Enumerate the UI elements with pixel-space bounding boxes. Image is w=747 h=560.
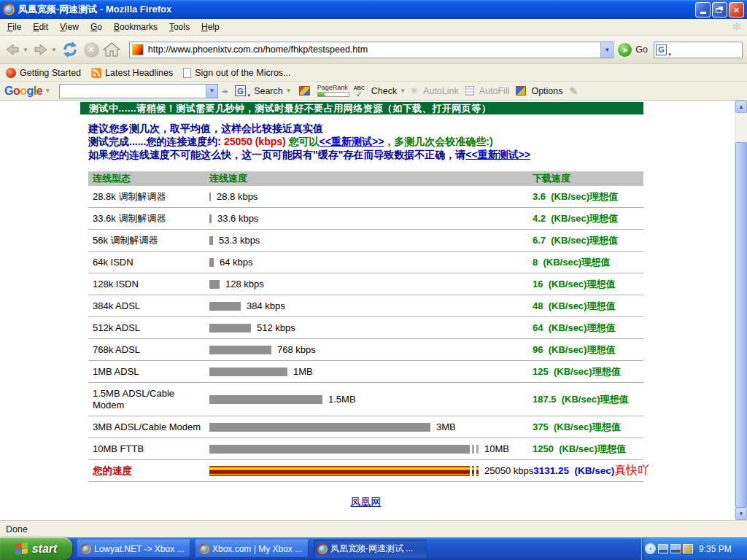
check-dropdown[interactable]: ▼ [400, 88, 406, 94]
maximize-button[interactable] [712, 2, 727, 18]
check-button[interactable]: Check [368, 86, 397, 96]
speed-bar-cell: 128 kbps [209, 279, 533, 289]
bookmarks-toolbar: Getting Started Latest Headlines Sign ou… [0, 64, 747, 82]
table-row: 10MB FTTB10MB1250 (KB/sec)理想值 [88, 438, 643, 460]
speed-bar [209, 214, 212, 223]
url-text[interactable]: http://www.phoenixtv.com.cn/home/fhkp/te… [148, 44, 600, 55]
overflow-tick [476, 466, 479, 476]
back-button[interactable] [4, 42, 20, 58]
go-button[interactable]: ▶ [618, 43, 632, 57]
start-button[interactable]: start [0, 537, 72, 560]
task-button-2[interactable]: Xbox.com | My Xbox ... [196, 540, 309, 558]
options-button[interactable]: Options [528, 86, 562, 96]
clock: 9:35 PM [699, 544, 732, 554]
scroll-thumb[interactable] [735, 142, 747, 508]
bookmark-sign-out[interactable]: Sign out of the Micros... [183, 68, 290, 78]
volume-icon[interactable] [683, 544, 693, 553]
scroll-up-button[interactable]: ▲ [735, 101, 747, 113]
window-title: 凤凰宽频-网速测试 - Mozilla Firefox [18, 3, 695, 16]
tip-line: 建议您多测几次，取平均值，这样会比较接近真实值 [88, 122, 530, 135]
speed-label: 1.5MB [328, 394, 356, 405]
url-bar[interactable]: http://www.phoenixtv.com.cn/home/fhkp/te… [129, 42, 614, 58]
close-button[interactable]: × [729, 2, 744, 18]
connection-type: 768k ADSL [88, 344, 209, 356]
menu-tools[interactable]: Tools [163, 20, 196, 34]
tray-chevron-icon[interactable]: ‹ [645, 543, 656, 554]
pagerank-indicator[interactable]: PageRank [317, 85, 349, 97]
retest-link-2[interactable]: <<重新测试>> [465, 149, 530, 160]
autolink-button[interactable]: AutoLink [420, 86, 459, 96]
table-row: 3MB ADSL/Cable Modem3MB375 (KB/sec)理想值 [88, 416, 643, 438]
task-button-3[interactable]: 凤凰宽频-网速测试 ... [314, 540, 427, 558]
forward-dropdown[interactable]: ▼ [51, 47, 57, 53]
speed-label: 53.3 kbps [219, 235, 260, 246]
stop-button[interactable]: ✕ [84, 42, 99, 58]
menu-bookmarks[interactable]: Bookmarks [108, 20, 163, 34]
vertical-scrollbar[interactable]: ▲ ▼ [735, 101, 747, 520]
network-icon[interactable] [658, 544, 668, 553]
url-dropdown[interactable]: ▼ [600, 42, 613, 58]
retest-link[interactable]: <<重新测试>> [320, 136, 384, 147]
scroll-track[interactable] [735, 113, 747, 508]
menu-go[interactable]: Go [85, 20, 108, 34]
google-logo-dropdown[interactable]: ▼ [44, 88, 50, 94]
reload-button[interactable] [61, 41, 79, 58]
go-label[interactable]: Go [635, 44, 648, 55]
table-row: 28.8k 调制解调器28.8 kbps3.6 (KB/sec)理想值 [88, 186, 643, 208]
google-search-button[interactable]: Search [251, 86, 283, 96]
back-dropdown[interactable]: ▼ [23, 47, 28, 53]
speed-table-body: 28.8k 调制解调器28.8 kbps3.6 (KB/sec)理想值33.6k… [88, 186, 643, 482]
news-icon[interactable] [299, 86, 310, 96]
search-engine-icon[interactable]: G [656, 44, 667, 55]
system-tray: ‹ 9:35 PM [641, 537, 747, 560]
menu-help[interactable]: Help [196, 20, 225, 34]
site-favicon [132, 44, 144, 55]
google-search-input[interactable]: ▼ [59, 84, 218, 98]
download-speed: 6.7 (KB/sec)理想值 [533, 234, 643, 247]
highlight-icon[interactable]: ✎ [570, 85, 578, 97]
connection-type: 3MB ADSL/Cable Modem [88, 421, 209, 433]
phoenix-link[interactable]: 凤凰网 [351, 496, 382, 508]
scroll-down-button[interactable]: ▼ [735, 508, 747, 520]
minimize-button[interactable] [695, 2, 711, 18]
download-speed: 64 (KB/sec)理想值 [533, 322, 643, 335]
firefox-window: 凤凰宽频-网速测试 - Mozilla Firefox × File Edit … [0, 0, 747, 560]
download-speed: 1250 (KB/sec)理想值 [533, 443, 643, 456]
network-disconnected-icon[interactable] [670, 544, 681, 553]
download-speed: 187.5 (KB/sec)理想值 [533, 393, 643, 406]
menu-file[interactable]: File [1, 20, 27, 34]
home-button[interactable] [103, 41, 120, 58]
toolbar-splitter[interactable]: ◂▸ [222, 88, 228, 95]
forward-button[interactable] [33, 42, 49, 58]
speed-label: 768 kbps [277, 344, 316, 355]
bookmark-latest-headlines[interactable]: Latest Headlines [91, 68, 173, 78]
connection-type: 1MB ADSL [88, 366, 209, 378]
menu-edit[interactable]: Edit [27, 20, 54, 34]
table-row: 128k ISDN128 kbps16 (KB/sec)理想值 [88, 273, 643, 295]
connection-type: 512k ADSL [88, 322, 209, 334]
autofill-icon [465, 86, 474, 96]
table-row: 56k 调制解调器53.3 kbps6.7 (KB/sec)理想值 [88, 230, 643, 252]
page-content: 测试中......请稍候！测试需要几秒钟，测试时最好不要占用网络资源（如下载、打… [0, 101, 747, 520]
speed-bar [209, 368, 287, 376]
search-box[interactable]: G [654, 42, 743, 58]
menu-view[interactable]: View [54, 20, 85, 34]
speed-label: 1MB [293, 366, 313, 377]
firefox-icon [317, 544, 328, 554]
speed-bar-cell: 384 kbps [209, 300, 533, 311]
speed-label: 512 kbps [257, 322, 295, 333]
speed-bar [209, 445, 470, 454]
connection-type: 384k ADSL [88, 300, 209, 312]
google-search-dropdown[interactable]: ▼ [206, 85, 217, 98]
search-dropdown[interactable]: ▼ [286, 88, 292, 94]
task-button-1[interactable]: Lowyat.NET -> Xbox ... [77, 540, 190, 558]
speed-bar-cell: 768 kbps [209, 344, 533, 355]
download-speed: 16 (KB/sec)理想值 [533, 278, 643, 291]
speed-label: 28.8 kbps [217, 191, 258, 202]
bookmark-getting-started[interactable]: Getting Started [6, 68, 81, 78]
menu-bar: File Edit View Go Bookmarks Tools Help ✻ [0, 19, 747, 36]
google-logo[interactable]: Google [4, 85, 42, 98]
autofill-button[interactable]: AutoFill [476, 86, 510, 96]
autolink-icon: ✳ [410, 85, 418, 96]
result-line: 测试完成......您的连接速度约: 25050 (kbps) 您可以<<重新测… [88, 135, 530, 148]
